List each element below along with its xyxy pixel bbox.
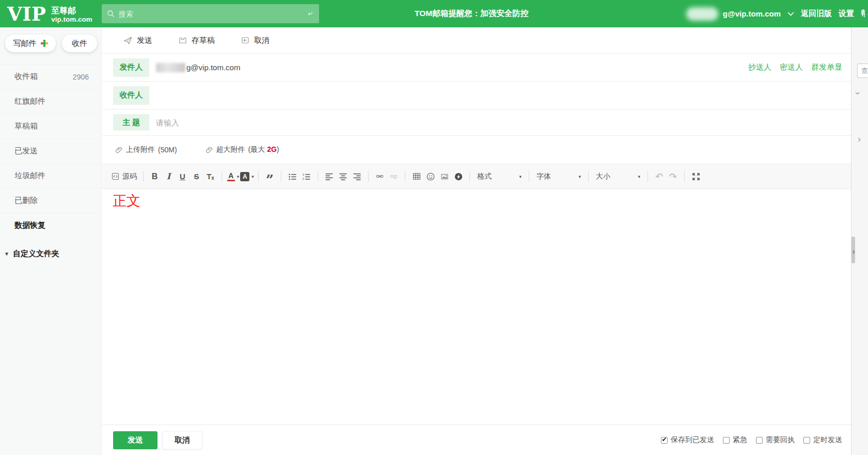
sidebar-item-inbox[interactable]: 收件箱 2906 — [0, 65, 101, 89]
sidebar-item-trash[interactable]: 已删除 — [0, 189, 101, 213]
remove-link-button[interactable] — [387, 169, 401, 184]
toolbar-separator — [684, 171, 685, 182]
toolbar-separator — [405, 171, 405, 182]
source-label: 源码 — [122, 172, 137, 181]
bulleted-list-icon — [288, 172, 297, 181]
checkbox-icon[interactable] — [803, 437, 810, 444]
remove-format-button[interactable]: Tₓ — [203, 169, 217, 184]
sidebar-item-spam[interactable]: 垃圾邮件 — [0, 164, 101, 189]
large-attachment-button[interactable]: 超大附件 (最大 2G) — [206, 145, 279, 154]
from-value[interactable]: g@vip.tom.com — [156, 63, 240, 72]
strikethrough-button[interactable]: S — [190, 169, 203, 184]
sidebar-item-sent[interactable]: 已发送 — [0, 139, 101, 164]
search-icon — [107, 10, 115, 18]
undo-button[interactable]: ↶ — [652, 169, 666, 184]
compose-mail-button[interactable]: 写邮件 — [5, 35, 56, 52]
maximize-button[interactable] — [689, 169, 703, 184]
cancel-button-bottom[interactable]: 取消 — [162, 431, 202, 449]
compose-footer: 发送 取消 ✔ 保存到已发送 紧急 需要回执 定时发送 — [102, 425, 851, 455]
underline-button[interactable]: U — [176, 169, 190, 184]
insert-link-button[interactable] — [373, 169, 387, 184]
option-urgent[interactable]: 紧急 — [723, 435, 747, 445]
bold-button[interactable]: B — [148, 169, 162, 184]
checkbox-icon[interactable] — [756, 437, 763, 444]
logo-title: 至尊邮 — [51, 6, 92, 15]
sidebar-item-drafts[interactable]: 草稿箱 — [0, 114, 101, 139]
to-input[interactable] — [156, 91, 842, 100]
insert-table-button[interactable] — [409, 169, 423, 184]
paperclip-icon — [206, 146, 213, 154]
sidebar-item-custom-folders[interactable]: ▼ 自定义文件夹 — [0, 246, 101, 261]
to-label-chip: 收件人 — [113, 86, 149, 105]
cancel-button-top[interactable]: 取消 — [241, 36, 270, 45]
brand-logo[interactable]: VIP 至尊邮 vip.tom.com — [7, 3, 92, 25]
maximize-icon — [691, 172, 701, 181]
align-center-button[interactable] — [336, 169, 350, 184]
compose-toolbar: 发送 存草稿 取消 — [102, 27, 851, 54]
cancel-label: 取消 — [254, 36, 270, 45]
caret-down-icon: ▾ — [519, 174, 522, 179]
search-input[interactable] — [119, 10, 306, 18]
sidebar-item-flagged[interactable]: 红旗邮件 — [0, 89, 101, 114]
redo-button[interactable]: ↷ — [666, 169, 680, 184]
save-draft-button[interactable]: 存草稿 — [178, 36, 215, 45]
send-button-bottom[interactable]: 发送 — [113, 431, 157, 449]
contacts-search-partial[interactable]: 查 — [857, 64, 868, 78]
receive-mail-button[interactable]: 收件 — [62, 35, 97, 52]
svg-text:1: 1 — [303, 172, 305, 176]
message-body[interactable]: 正文 — [102, 189, 851, 425]
option-scheduled-send[interactable]: 定时发送 — [803, 435, 842, 445]
size-dropdown[interactable]: 大小 ▾ — [593, 169, 643, 184]
chevron-right-icon[interactable]: › — [858, 134, 861, 145]
subject-input[interactable] — [156, 118, 842, 127]
recipient-links: 抄送人 密送人 群发单显 — [748, 62, 842, 72]
toolbar-separator — [648, 171, 648, 182]
settings-link[interactable]: 设置 — [839, 9, 854, 19]
receive-label: 收件 — [72, 39, 87, 49]
add-cc-link[interactable]: 抄送人 — [748, 62, 771, 72]
table-icon — [412, 172, 421, 181]
toolbar-separator — [318, 171, 318, 182]
checkbox-checked-icon[interactable]: ✔ — [661, 437, 668, 444]
insert-flash-button[interactable] — [451, 169, 465, 184]
from-row: 发件人 g@vip.tom.com 抄送人 密送人 群发单显 — [102, 54, 851, 82]
upload-attachment-button[interactable]: 上传附件 (50M) — [115, 145, 177, 154]
svg-text:2: 2 — [303, 177, 305, 180]
add-bcc-link[interactable]: 密送人 — [780, 62, 803, 72]
back-to-old-link[interactable]: 返回旧版 — [801, 9, 832, 19]
align-right-button[interactable] — [350, 169, 364, 184]
caret-down-icon: ▾ — [251, 174, 254, 179]
chevron-down-icon[interactable]: › — [853, 92, 863, 95]
format-label: 格式 — [477, 172, 492, 181]
font-dropdown[interactable]: 字体 ▾ — [533, 169, 584, 184]
blockquote-button[interactable]: ” — [263, 169, 277, 184]
insert-emoji-button[interactable] — [423, 169, 437, 184]
cancel-icon — [241, 36, 250, 45]
unlink-icon — [389, 172, 399, 180]
search-box[interactable] — [102, 4, 319, 23]
format-dropdown[interactable]: 格式 ▾ — [474, 169, 525, 184]
chevron-down-icon[interactable] — [787, 12, 794, 16]
text-color-button[interactable]: A ▾ — [226, 169, 240, 184]
sidebar-item-data-recovery[interactable]: 数据恢复 — [0, 213, 101, 238]
toolbar-separator — [258, 171, 259, 182]
numbered-list-button[interactable]: 12 — [299, 169, 313, 184]
vip-logo: VIP — [7, 3, 46, 25]
align-left-button[interactable] — [322, 169, 336, 184]
checkbox-icon[interactable] — [723, 437, 730, 444]
toolbar-separator — [469, 171, 470, 182]
option-read-receipt[interactable]: 需要回执 — [756, 435, 795, 445]
bulleted-list-button[interactable] — [286, 169, 299, 184]
user-email[interactable]: g@vip.tom.com — [723, 9, 781, 18]
help-link-partial[interactable]: 帮 — [861, 9, 865, 19]
italic-button[interactable]: I — [162, 169, 176, 184]
toolbar-separator — [143, 171, 144, 182]
send-button-top[interactable]: 发送 — [123, 36, 152, 45]
toolbar-separator — [222, 171, 222, 182]
insert-image-button[interactable] — [437, 169, 451, 184]
mass-single-display-link[interactable]: 群发单显 — [811, 62, 842, 72]
option-save-to-sent[interactable]: ✔ 保存到已发送 — [661, 435, 714, 445]
background-color-button[interactable]: A ▾ — [240, 169, 254, 184]
expand-panel-icon[interactable]: › — [853, 247, 855, 256]
source-button[interactable]: 源码 — [109, 169, 139, 184]
